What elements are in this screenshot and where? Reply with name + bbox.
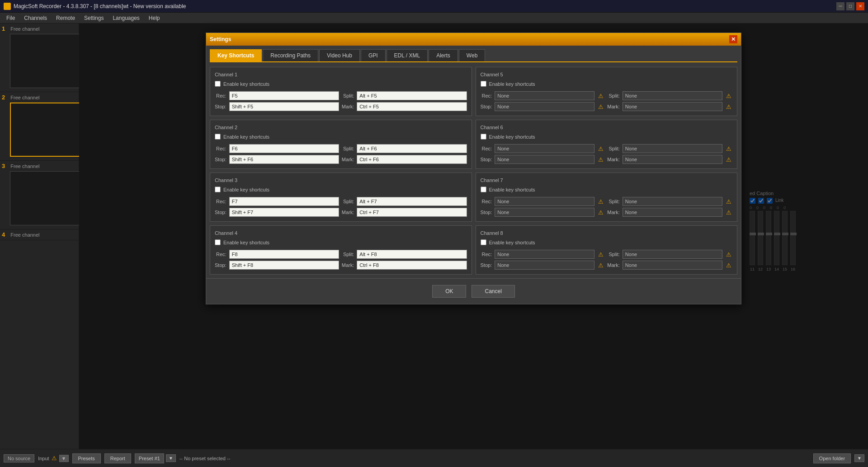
- ch5-stop-warn: [597, 103, 604, 110]
- ch7-rec-input[interactable]: [495, 197, 594, 206]
- ch6-mark-input[interactable]: [623, 155, 722, 164]
- ch2-split-input[interactable]: [357, 144, 467, 153]
- channel-6-shortcuts: Rec: Split: Stop: Mark:: [481, 144, 733, 164]
- channel-3-title: Channel 3: [215, 177, 467, 183]
- menu-help[interactable]: Help: [144, 14, 165, 22]
- channel-1-enable-checkbox[interactable]: [215, 81, 221, 87]
- channel-num-1: 1: [2, 25, 9, 32]
- ch7-rec-label: Rec:: [481, 199, 492, 204]
- tab-web[interactable]: Web: [459, 49, 485, 61]
- channel-6-enable-row: Enable key shortcuts: [481, 134, 733, 140]
- ch6-rec-input[interactable]: [495, 144, 594, 153]
- channel-4-enable-row: Enable key shortcuts: [215, 239, 467, 245]
- ch2-stop-input[interactable]: [229, 155, 339, 164]
- tab-edl-xml[interactable]: EDL / XML: [387, 49, 428, 61]
- ch5-split-label: Split:: [607, 93, 620, 98]
- titlebar: MagicSoft Recorder - 4.3.8.307 - [8 chan…: [0, 0, 868, 13]
- close-button[interactable]: ✕: [856, 2, 864, 10]
- ch2-rec-input[interactable]: [229, 144, 339, 153]
- chevron-down-icon[interactable]: ▼: [166, 454, 176, 462]
- ch4-split-label: Split:: [342, 252, 354, 257]
- channel-name-4: Free channel: [10, 232, 39, 238]
- tab-key-shortcuts[interactable]: Key Shortcuts: [210, 49, 262, 61]
- channel-section-4: Channel 4 Enable key shortcuts Rec: Spli…: [210, 225, 472, 275]
- menu-settings[interactable]: Settings: [80, 14, 108, 22]
- channel-1-enable-row: Enable key shortcuts: [215, 81, 467, 87]
- ch8-split-input[interactable]: [623, 250, 722, 259]
- ch5-mark-input[interactable]: [623, 102, 722, 111]
- tab-video-hub[interactable]: Video Hub: [319, 49, 360, 61]
- channel-5-enable-checkbox[interactable]: [481, 81, 486, 87]
- ch4-rec-label: Rec:: [215, 252, 226, 257]
- input-dropdown-icon[interactable]: ▼: [59, 455, 69, 462]
- ch8-stop-warn: [597, 262, 604, 269]
- ch5-split-input[interactable]: [623, 91, 722, 100]
- ok-button[interactable]: OK: [432, 285, 466, 298]
- tab-recording-paths[interactable]: Recording Paths: [263, 49, 318, 61]
- ch7-stop-input[interactable]: [495, 208, 594, 217]
- ch6-rec-label: Rec:: [481, 146, 492, 151]
- cancel-button[interactable]: Cancel: [472, 285, 514, 298]
- ch8-rec-input[interactable]: [495, 250, 594, 259]
- no-source-badge: No source: [4, 454, 34, 462]
- tab-gpi[interactable]: GPI: [361, 49, 386, 61]
- channel-2-enable-label: Enable key shortcuts: [223, 134, 269, 140]
- ch3-mark-input[interactable]: [357, 208, 467, 217]
- ch4-mark-input[interactable]: [357, 261, 467, 270]
- menu-channels[interactable]: Channels: [19, 14, 52, 22]
- ch5-stop-input[interactable]: [495, 102, 594, 111]
- ch4-split-input[interactable]: [357, 250, 467, 259]
- channel-num-2: 2: [2, 94, 9, 101]
- ch8-mark-input[interactable]: [623, 261, 722, 270]
- maximize-button[interactable]: □: [846, 2, 854, 10]
- titlebar-title: MagicSoft Recorder - 4.3.8.307 - [8 chan…: [14, 3, 186, 9]
- ch5-rec-input[interactable]: [495, 91, 594, 100]
- presets-button[interactable]: Presets: [72, 453, 101, 463]
- open-folder-button[interactable]: Open folder: [813, 453, 851, 463]
- channel-section-2: Channel 2 Enable key shortcuts Rec: Spli…: [210, 120, 472, 169]
- ch1-mark-input[interactable]: [357, 102, 467, 111]
- ch1-rec-input[interactable]: [229, 91, 339, 100]
- input-warn-icon: [51, 455, 58, 462]
- channel-section-6: Channel 6 Enable key shortcuts Rec: Spli…: [476, 120, 738, 169]
- ch3-split-input[interactable]: [357, 197, 467, 206]
- menu-file[interactable]: File: [2, 14, 19, 22]
- ch4-rec-input[interactable]: [229, 250, 339, 259]
- channel-6-enable-checkbox[interactable]: [481, 134, 486, 140]
- ch6-stop-input[interactable]: [495, 155, 594, 164]
- channel-3-enable-checkbox[interactable]: [215, 187, 221, 192]
- channel-8-enable-checkbox[interactable]: [481, 239, 486, 245]
- channel-preview-1: [10, 34, 80, 88]
- dialog-close-button[interactable]: ✕: [729, 35, 737, 43]
- tab-alerts[interactable]: Alerts: [429, 49, 458, 61]
- ch7-mark-input[interactable]: [623, 208, 722, 217]
- ch8-split-label: Split:: [607, 252, 620, 257]
- ch7-rec-warn: [597, 198, 604, 205]
- channel-5-enable-row: Enable key shortcuts: [481, 81, 733, 87]
- ch8-mark-warn: [725, 262, 732, 269]
- ch6-mark-label: Mark:: [607, 157, 620, 162]
- ch8-stop-input[interactable]: [495, 261, 594, 270]
- report-button[interactable]: Report: [104, 453, 131, 463]
- folder-dropdown-icon[interactable]: ▼: [854, 454, 864, 462]
- ch2-mark-input[interactable]: [357, 155, 467, 164]
- ch7-split-input[interactable]: [623, 197, 722, 206]
- channel-4-enable-checkbox[interactable]: [215, 239, 221, 245]
- preset-number-button[interactable]: Preset #1: [135, 453, 164, 463]
- channel-1-shortcuts: Rec: Split: Stop: Mark:: [215, 91, 467, 111]
- channel-8-title: Channel 8: [481, 230, 733, 236]
- ch1-stop-input[interactable]: [229, 102, 339, 111]
- minimize-button[interactable]: ─: [836, 2, 844, 10]
- channel-5-enable-label: Enable key shortcuts: [489, 81, 535, 87]
- menu-languages[interactable]: Languages: [108, 14, 144, 22]
- channel-7-enable-checkbox[interactable]: [481, 187, 486, 192]
- ch3-rec-input[interactable]: [229, 197, 339, 206]
- channel-2-enable-checkbox[interactable]: [215, 134, 221, 140]
- channel-2-title: Channel 2: [215, 125, 467, 130]
- ch1-split-input[interactable]: [357, 91, 467, 100]
- ch6-split-input[interactable]: [623, 144, 722, 153]
- menu-remote[interactable]: Remote: [52, 14, 80, 22]
- ch3-stop-input[interactable]: [229, 208, 339, 217]
- ch4-stop-input[interactable]: [229, 261, 339, 270]
- channel-preview-2: [10, 103, 80, 157]
